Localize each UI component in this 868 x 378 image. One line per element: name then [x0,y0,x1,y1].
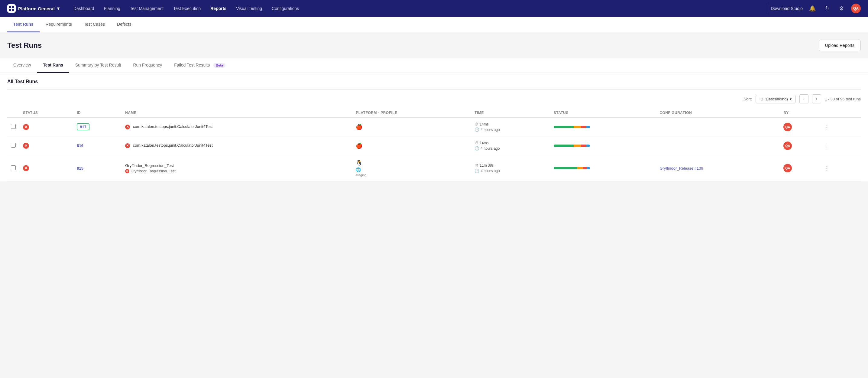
sub-nav-test-cases[interactable]: Test Cases [78,17,111,32]
platform-apple-icon: 🍎 [356,142,362,149]
row-time-value: 14ms [479,141,488,145]
nav-planning[interactable]: Planning [99,4,125,13]
time-ago-icon: 🕐 [474,146,479,151]
notification-icon[interactable]: 🔔 [808,4,817,13]
nav-test-execution[interactable]: Test Execution [169,4,205,13]
name-status-icon: ✕ [125,143,130,148]
more-options-button[interactable]: ⋮ [822,142,832,150]
tab-test-runs[interactable]: Test Runs [37,58,69,73]
row-status: ✕ [19,118,73,136]
upload-reports-button[interactable]: Upload Reports [819,39,861,51]
nav-test-management[interactable]: Test Management [126,4,168,13]
row-by: QA [780,136,818,155]
row-checkbox[interactable] [11,166,16,170]
th-configuration: Configuration [656,108,780,118]
sort-select[interactable]: ID (Descending) ▾ [755,95,796,104]
section-tabs: Overview Test Runs Summary by Test Resul… [0,58,868,73]
row-id: 816 [73,136,122,155]
row-actions: ⋮ [818,155,861,181]
status-bar-blue [586,126,590,128]
top-navigation: Platform General ▾ Dashboard Planning Te… [0,0,868,17]
sub-nav-requirements[interactable]: Requirements [39,17,78,32]
row-status-bar-cell [550,136,656,155]
sub-nav-defects[interactable]: Defects [111,17,137,32]
nav-visual-testing[interactable]: Visual Testing [232,4,266,13]
nav-reports[interactable]: Reports [206,4,230,13]
history-icon[interactable]: ⏱ [822,4,832,13]
row-checkbox-cell [7,155,19,181]
tab-overview[interactable]: Overview [7,58,37,73]
row-actions: ⋮ [818,136,861,155]
page-title: Test Runs [7,41,42,50]
by-avatar: QA [783,123,792,131]
row-by: QA [780,155,818,181]
row-id-link[interactable]: 815 [77,166,84,171]
svg-rect-0 [9,6,11,8]
time-ago-icon: 🕐 [474,169,479,173]
page-content: Test Runs Upload Reports Overview Test R… [0,32,868,377]
brand-chevron[interactable]: ▾ [57,6,60,11]
table-controls: Sort: ID (Descending) ▾ ‹ › 1 - 30 of 95… [7,89,861,108]
all-test-runs-header: All Test Runs [7,73,861,89]
table-row: ✕ 816 ✕ com.katalon.testops.junit.Calcul… [7,136,861,155]
row-platform: 🍎 [352,118,471,136]
row-id-link[interactable]: 816 [77,143,84,148]
status-bar [554,167,590,169]
nav-configurations[interactable]: Configurations [268,4,303,13]
status-bar-yellow [574,126,581,128]
tab-summary[interactable]: Summary by Test Result [69,58,127,73]
user-avatar[interactable]: QA [851,4,861,13]
configuration-link[interactable]: Gryffindor_Release #139 [659,166,703,171]
nav-items: Dashboard Planning Test Management Test … [69,4,763,13]
pagination-next-button[interactable]: › [812,94,821,104]
download-studio-link[interactable]: Download Studio [771,6,803,11]
more-options-button[interactable]: ⋮ [822,164,832,172]
row-configuration: Gryffindor_Release #139 [656,155,780,181]
row-name: ✕ com.katalon.testops.junit.CalculatorJu… [122,118,352,136]
table-area: All Test Runs Sort: ID (Descending) ▾ ‹ … [0,73,868,181]
by-avatar: QA [783,142,792,150]
brand-logo[interactable]: Platform General ▾ [7,4,60,13]
platform-text: staging [356,173,366,177]
status-error-icon: ✕ [23,165,29,171]
tab-run-frequency[interactable]: Run Frequency [127,58,168,73]
th-id: ID [73,108,122,118]
row-checkbox-cell [7,118,19,136]
platform-apple-icon: 🍎 [356,124,362,130]
row-status: ✕ [19,155,73,181]
sort-label: Sort: [743,97,752,101]
beta-badge: Beta [213,63,225,68]
settings-icon[interactable]: ⚙ [837,4,846,13]
tab-failed-test-results[interactable]: Failed Test Results Beta [168,58,231,73]
row-checkbox[interactable] [11,124,16,129]
platform-linux-icon: 🐧 [356,159,362,166]
nav-dashboard[interactable]: Dashboard [69,4,98,13]
row-platform: 🍎 [352,136,471,155]
row-platform: 🐧 🌐 staging [352,155,471,181]
table-header-row: Status ID Name Platform - Profile Time S… [7,108,861,118]
row-status-bar-cell [550,118,656,136]
sub-status-icon: ✕ [125,169,129,173]
more-options-button[interactable]: ⋮ [822,123,832,131]
pagination-info: 1 - 30 of 95 test runs [825,97,861,101]
sub-nav-test-runs[interactable]: Test Runs [7,17,39,32]
row-id-link[interactable]: 817 [77,123,89,130]
status-bar-green [554,126,574,128]
status-error-icon: ✕ [23,124,29,130]
status-bar-red [581,126,586,128]
row-time: ⏱ 14ms 🕐 4 hours ago [471,136,550,155]
status-bar-yellow [577,167,583,169]
platform-chrome-icon: 🌐 [356,167,361,172]
row-id: 817 [73,118,122,136]
row-status: ✕ [19,136,73,155]
pagination-prev-button[interactable]: ‹ [799,94,808,104]
row-time: ⏱ 14ms 🕐 4 hours ago [471,118,550,136]
status-bar-red [581,145,586,147]
sub-navigation: Test Runs Requirements Test Cases Defect… [0,17,868,32]
row-name-main: ✕ com.katalon.testops.junit.CalculatorJu… [125,143,348,148]
row-time-ago: 4 hours ago [480,169,500,173]
svg-rect-1 [12,6,14,8]
row-checkbox[interactable] [11,143,16,148]
status-bar-red [583,167,587,169]
status-error-icon: ✕ [23,143,29,149]
